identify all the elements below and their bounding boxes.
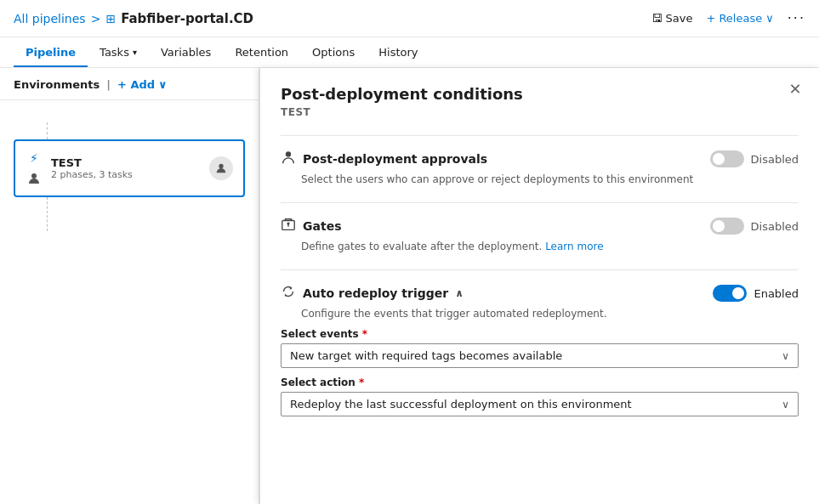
tab-history[interactable]: History: [367, 39, 429, 67]
gates-title: Gates: [281, 217, 341, 235]
autredeploy-toggle-group: Enabled: [713, 285, 799, 302]
save-label: Save: [666, 12, 693, 25]
env-card-info: TEST 2 phases, 3 tasks: [51, 156, 201, 180]
all-pipelines-link[interactable]: All pipelines: [14, 12, 86, 25]
select-events-label: Select events *: [281, 328, 799, 340]
svg-point-1: [219, 164, 223, 168]
main-layout: Environments | + Add ∨ ⚡: [0, 68, 819, 504]
approvals-toggle[interactable]: [710, 150, 744, 167]
gates-label: Gates: [303, 219, 341, 233]
select-action-value: Redeploy the last successful deployment …: [290, 398, 632, 411]
select-action-label: Select action *: [281, 377, 799, 388]
gates-icon: [281, 217, 296, 235]
env-card-test[interactable]: ⚡ TEST 2 phases, 3 tasks: [14, 139, 245, 197]
env-detail: 2 phases, 3 tasks: [51, 169, 201, 180]
select-events-required: *: [362, 328, 367, 340]
tab-tasks[interactable]: Tasks ▾: [88, 39, 149, 67]
env-name: TEST: [51, 156, 201, 169]
select-events-value: New target with required tags becomes av…: [290, 349, 562, 362]
tab-options[interactable]: Options: [300, 39, 367, 67]
env-divider: |: [106, 78, 111, 91]
approvals-label: Post-deployment approvals: [303, 152, 487, 166]
close-button[interactable]: ✕: [785, 78, 805, 99]
pipeline-name: Fabfiber-portal.CD: [121, 11, 253, 26]
autredeploy-toggle[interactable]: [713, 285, 747, 302]
release-button[interactable]: + Release ∨: [707, 12, 774, 25]
panel-subtitle: TEST: [281, 106, 799, 118]
section-autredeploy: Auto redeploy trigger ∧ Enabled Configur…: [281, 269, 799, 430]
left-panel: Environments | + Add ∨ ⚡: [0, 68, 259, 504]
env-user-avatar[interactable]: [209, 156, 233, 180]
svg-point-4: [287, 223, 289, 224]
tasks-chevron-icon: ▾: [133, 48, 137, 57]
autredeploy-icon: [281, 284, 296, 303]
select-events-chevron-icon: ∨: [782, 350, 789, 362]
release-label: Release: [719, 12, 762, 25]
approvals-description: Select the users who can approve or reje…: [301, 173, 799, 185]
cd-icon: ⊞: [105, 12, 116, 25]
release-chevron-icon: ∨: [765, 12, 774, 25]
person-icon: [26, 170, 43, 187]
lightning-icon: ⚡: [26, 150, 43, 167]
learn-more-link[interactable]: Learn more: [545, 241, 603, 252]
section-gates: Gates Disabled Define gates to evaluate …: [281, 202, 799, 269]
panel-title: Post-deployment conditions: [281, 85, 799, 103]
right-panel: ✕ Post-deployment conditions TEST Post-d…: [259, 68, 819, 504]
tab-variables[interactable]: Variables: [149, 39, 223, 67]
section-autredeploy-header: Auto redeploy trigger ∧ Enabled: [281, 284, 799, 303]
topbar-right: 🖫 Save + Release ∨ ···: [651, 10, 805, 26]
select-action-required: *: [359, 377, 364, 388]
approvals-toggle-group: Disabled: [710, 150, 799, 167]
gates-description: Define gates to evaluate after the deplo…: [301, 241, 799, 252]
release-plus: +: [707, 12, 716, 25]
autredeploy-toggle-label: Enabled: [754, 287, 799, 300]
autredeploy-description: Configure the events that trigger automa…: [301, 308, 799, 320]
svg-point-2: [286, 151, 291, 156]
autredeploy-caret-icon: ∧: [455, 287, 464, 299]
environments-header: Environments | + Add ∨: [0, 78, 259, 100]
autredeploy-label: Auto redeploy trigger: [303, 286, 448, 300]
section-approvals-header: Post-deployment approvals Disabled: [281, 150, 799, 168]
gates-toggle[interactable]: [710, 218, 744, 235]
env-card-icons: ⚡: [26, 150, 43, 187]
tab-retention[interactable]: Retention: [223, 39, 300, 67]
environments-label: Environments: [14, 78, 100, 91]
section-approvals: Post-deployment approvals Disabled Selec…: [281, 135, 799, 202]
add-environment-button[interactable]: + Add ∨: [117, 78, 168, 91]
pipeline-area: ⚡ TEST 2 phases, 3 tasks: [0, 109, 259, 245]
autredeploy-title: Auto redeploy trigger ∧: [281, 284, 464, 303]
select-action-chevron-icon: ∨: [782, 399, 789, 411]
select-events-dropdown[interactable]: New target with required tags becomes av…: [281, 343, 799, 368]
topbar-left: All pipelines > ⊞ Fabfiber-portal.CD: [14, 11, 253, 26]
select-action-dropdown[interactable]: Redeploy the last successful deployment …: [281, 392, 799, 416]
approvals-toggle-label: Disabled: [751, 153, 799, 166]
add-chevron-icon: ∨: [158, 78, 168, 91]
tab-pipeline[interactable]: Pipeline: [14, 39, 88, 67]
more-button[interactable]: ···: [788, 10, 805, 26]
topbar: All pipelines > ⊞ Fabfiber-portal.CD 🖫 S…: [0, 0, 819, 37]
save-icon: 🖫: [651, 12, 663, 25]
select-events-group: Select events * New target with required…: [281, 328, 799, 368]
gates-toggle-group: Disabled: [710, 218, 799, 235]
select-action-group: Select action * Redeploy the last succes…: [281, 377, 799, 416]
svg-point-0: [31, 173, 37, 178]
add-label: + Add: [117, 78, 155, 91]
approvals-title: Post-deployment approvals: [281, 150, 487, 168]
nav-tabs: Pipeline Tasks ▾ Variables Retention Opt…: [0, 37, 819, 68]
section-gates-header: Gates Disabled: [281, 217, 799, 235]
gates-toggle-label: Disabled: [751, 220, 799, 233]
save-button[interactable]: 🖫 Save: [651, 12, 693, 25]
breadcrumb-sep: >: [91, 12, 101, 25]
approvals-icon: [281, 150, 296, 168]
